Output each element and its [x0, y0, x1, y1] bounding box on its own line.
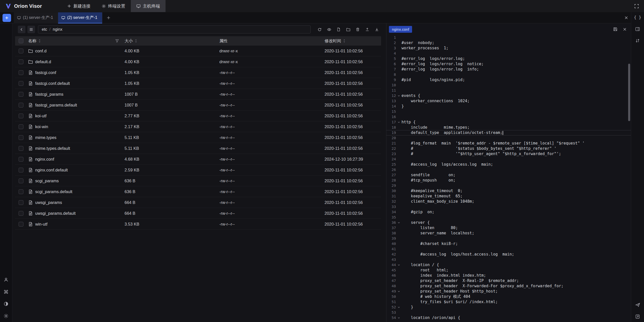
- editor-line[interactable]: 2#user nobody;: [386, 40, 631, 46]
- command-icon[interactable]: [4, 289, 9, 294]
- editor-line[interactable]: 52 }: [386, 305, 631, 310]
- sort-icon[interactable]: [343, 39, 346, 43]
- row-checkbox[interactable]: [19, 222, 23, 227]
- file-row[interactable]: uwsgi_params664 B-rw-r--r--2020-11-01 10…: [15, 197, 381, 208]
- send-icon[interactable]: [635, 302, 640, 307]
- editor-line[interactable]: 15: [386, 109, 631, 114]
- fold-chevron-icon[interactable]: [396, 220, 401, 225]
- tab-server-2[interactable]: (2) server-生产-1: [58, 12, 102, 23]
- row-checkbox[interactable]: [19, 211, 23, 216]
- file-name-cell[interactable]: nginx.conf.default: [28, 168, 125, 172]
- file-name-cell[interactable]: koi-utf: [28, 114, 125, 118]
- editor-line[interactable]: 3worker_processes 1;: [386, 46, 631, 51]
- filter-icon[interactable]: [115, 39, 119, 43]
- file-row[interactable]: koi-win2.17 KB-rw-r--r--2020-11-01 10:02…: [15, 121, 381, 132]
- editor-lines[interactable]: 12#user nobody;3worker_processes 1;45#er…: [386, 35, 631, 322]
- file-name-cell[interactable]: mime.types.default: [28, 146, 125, 151]
- editor-line[interactable]: 11: [386, 88, 631, 93]
- file-name-cell[interactable]: default.d: [28, 59, 125, 64]
- back-icon[interactable]: [18, 26, 25, 33]
- fold-chevron-icon[interactable]: [396, 315, 401, 320]
- user-icon[interactable]: [4, 277, 9, 282]
- editor-line[interactable]: 51 try_files $uri $uri/ /index.html;: [386, 299, 631, 305]
- theme-icon[interactable]: [4, 301, 9, 306]
- file-row[interactable]: default.d4.00 KBdrwxr-xr-x2020-11-01 10:…: [15, 56, 381, 67]
- editor-line[interactable]: 41: [386, 246, 631, 252]
- editor-line[interactable]: 10: [386, 83, 631, 88]
- file-name-cell[interactable]: scgi_params: [28, 178, 125, 183]
- file-name-cell[interactable]: uwsgi_params: [28, 200, 125, 205]
- add-tab-icon[interactable]: [106, 16, 111, 20]
- breadcrumb[interactable]: etc / nginx: [38, 25, 311, 33]
- file-name-cell[interactable]: scgi_params.default: [28, 189, 125, 194]
- capture-icon[interactable]: [635, 314, 640, 319]
- editor-line[interactable]: 53: [386, 310, 631, 315]
- fold-chevron-icon[interactable]: [396, 120, 401, 125]
- editor-line[interactable]: 7#error_log logs/error.log info;: [386, 67, 631, 72]
- file-row[interactable]: mime.types.default5.11 KB-rw-r--r--2020-…: [15, 143, 381, 154]
- editor-scrollbar[interactable]: [628, 64, 630, 121]
- editor-line[interactable]: 6#error_log logs/error.log notice;: [386, 61, 631, 67]
- editor-line[interactable]: 14}: [386, 104, 631, 109]
- editor-line[interactable]: 23 # '"$http_user_agent" "$http_x_forwar…: [386, 151, 631, 157]
- settings-icon[interactable]: [4, 313, 9, 318]
- file-row[interactable]: scgi_params636 B-rw-r--r--2020-11-01 10:…: [15, 175, 381, 186]
- file-name-cell[interactable]: mime.types: [28, 135, 125, 140]
- file-row[interactable]: fastcgi.conf1.05 KB-rw-r--r--2020-11-01 …: [15, 67, 381, 78]
- editor-line[interactable]: 29: [386, 183, 631, 188]
- sort-arrows-icon[interactable]: [635, 38, 640, 43]
- editor-line[interactable]: 46 index index.html index.htm;: [386, 273, 631, 278]
- file-row[interactable]: koi-utf2.77 KB-rw-r--r--2020-11-01 10:02…: [15, 111, 381, 121]
- tab-server-1[interactable]: (1) server-生产-1: [14, 12, 58, 23]
- editor-line[interactable]: 19 default_type application/octet-stream…: [386, 130, 631, 135]
- editor-line[interactable]: 33: [386, 204, 631, 209]
- row-checkbox[interactable]: [19, 81, 23, 86]
- file-name-cell[interactable]: fastcgi.conf.default: [28, 81, 125, 86]
- row-checkbox[interactable]: [19, 189, 23, 194]
- row-checkbox[interactable]: [19, 135, 23, 140]
- editor-line[interactable]: 4: [386, 51, 631, 56]
- file-name-cell[interactable]: nginx.conf: [28, 157, 125, 162]
- delete-icon[interactable]: [354, 26, 361, 33]
- editor-line[interactable]: 45 root html;: [386, 268, 631, 273]
- close-icon[interactable]: [624, 16, 628, 20]
- editor-line[interactable]: 5#error_log logs/error.log;: [386, 56, 631, 61]
- row-checkbox[interactable]: [19, 70, 23, 75]
- editor-line[interactable]: 25 #access_log logs/access.log main;: [386, 162, 631, 167]
- editor-line[interactable]: 24: [386, 157, 631, 162]
- braces-icon[interactable]: { }: [634, 15, 641, 20]
- sort-icon[interactable]: [135, 39, 137, 43]
- row-checkbox[interactable]: [19, 200, 23, 205]
- row-checkbox[interactable]: [19, 59, 23, 64]
- file-name-cell[interactable]: fastcgi.conf: [28, 70, 125, 75]
- menu-terminal-settings[interactable]: 终端设置: [96, 0, 131, 12]
- editor-line[interactable]: 49 proxy_set_header Host $http_host;: [386, 289, 631, 294]
- row-checkbox[interactable]: [19, 114, 23, 118]
- file-name-cell[interactable]: fastcgi_params.default: [28, 103, 125, 108]
- file-name-cell[interactable]: fastcgi_params: [28, 92, 125, 97]
- save-icon[interactable]: [613, 27, 618, 31]
- layout-icon[interactable]: [635, 27, 640, 31]
- file-row[interactable]: fastcgi_params1007 B-rw-r--r--2020-11-01…: [15, 89, 381, 100]
- editor-line[interactable]: 42 #access_log logs/host.access.log main…: [386, 252, 631, 257]
- sort-icon[interactable]: [38, 39, 41, 43]
- editor-line[interactable]: 13 worker_connections 1024;: [386, 98, 631, 104]
- editor-line[interactable]: 17http {: [386, 120, 631, 125]
- file-row[interactable]: nginx.conf.default2.59 KB-rw-r--r--2020-…: [15, 165, 381, 175]
- file-row[interactable]: nginx.conf4.68 KB-rw-r--r--2024-12-10 16…: [15, 154, 381, 165]
- editor-line[interactable]: 20: [386, 135, 631, 141]
- file-name-cell[interactable]: koi-win: [28, 124, 125, 129]
- upload-icon[interactable]: [364, 26, 371, 33]
- row-checkbox[interactable]: [19, 49, 23, 53]
- editor-line[interactable]: 38 server_name localhost;: [386, 231, 631, 236]
- file-row[interactable]: mime.types5.11 KB-rw-r--r--2020-11-01 10…: [15, 132, 381, 143]
- editor-line[interactable]: 39: [386, 236, 631, 241]
- refresh-icon[interactable]: [316, 26, 323, 33]
- download-icon[interactable]: [374, 26, 380, 33]
- select-all-checkbox[interactable]: [19, 39, 23, 43]
- new-folder-icon[interactable]: [345, 26, 351, 33]
- editor-line[interactable]: 44 location / {: [386, 262, 631, 268]
- row-checkbox[interactable]: [19, 178, 23, 183]
- file-row[interactable]: fastcgi.conf.default1.05 KB-rw-r--r--202…: [15, 78, 381, 89]
- editor-line[interactable]: 26: [386, 167, 631, 172]
